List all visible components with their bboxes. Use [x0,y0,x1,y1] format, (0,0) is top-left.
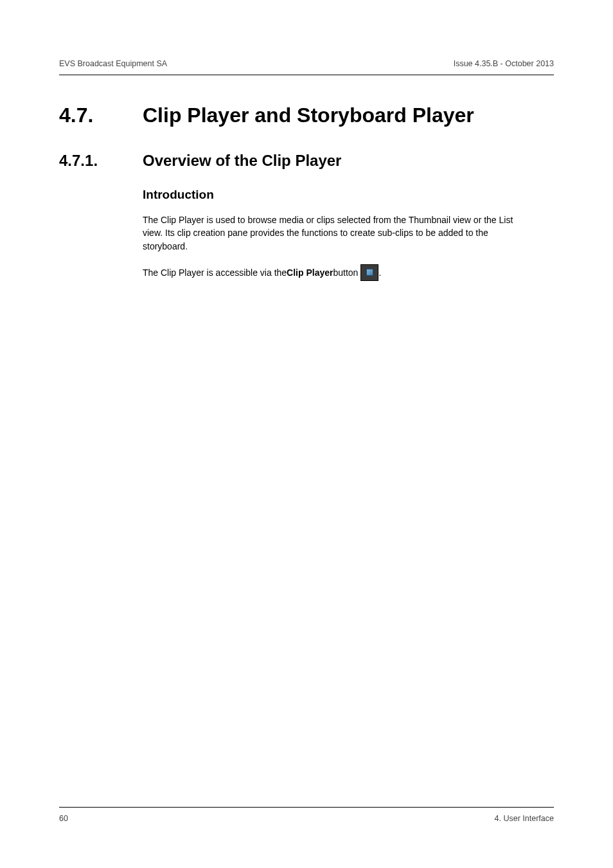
paragraph-1: The Clip Player is used to browse media … [143,213,515,253]
heading-3: Introduction [143,188,515,202]
document-page: EVS Broadcast Equipment SA Issue 4.35.B … [0,0,613,868]
header-left: EVS Broadcast Equipment SA [59,59,167,68]
heading-1-number: 4.7. [59,104,143,127]
clip-player-label: Clip Player [287,266,333,279]
header-right: Issue 4.35.B - October 2013 [454,59,554,68]
page-header: EVS Broadcast Equipment SA Issue 4.35.B … [59,59,554,75]
footer-page-number: 60 [59,814,68,823]
footer-section: 4. User Interface [495,814,554,823]
paragraph-2-pre: The Clip Player is accessible via the [143,266,287,279]
paragraph-2: The Clip Player is accessible via the Cl… [143,264,515,281]
heading-1: 4.7. Clip Player and Storyboard Player [59,104,554,127]
heading-1-text: Clip Player and Storyboard Player [143,104,474,127]
heading-2: 4.7.1. Overview of the Clip Player [59,152,554,170]
heading-2-number: 4.7.1. [59,152,143,170]
heading-2-text: Overview of the Clip Player [143,152,341,170]
paragraph-2-post: . [378,266,381,279]
stop-square-icon [366,269,373,276]
body-column: Introduction The Clip Player is used to … [143,188,515,281]
clip-player-button-icon [360,264,378,281]
paragraph-2-mid: button [333,266,358,279]
page-footer: 60 4. User Interface [59,807,554,823]
